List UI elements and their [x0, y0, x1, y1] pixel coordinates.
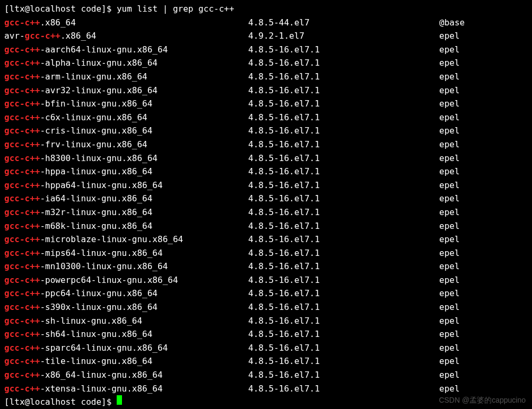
package-version: 4.8.5-16.el7.1 [248, 97, 439, 111]
watermark-text: CSDN @孟婆的cappucino [439, 394, 526, 406]
package-name: gcc-c++-xtensa-linux-gnu.x86_64 [4, 382, 248, 396]
package-repo: epel [439, 287, 528, 300]
package-name: gcc-c++-ia64-linux-gnu.x86_64 [4, 192, 248, 206]
grep-match: gcc-c++ [4, 17, 40, 28]
grep-match: gcc-c++ [4, 248, 40, 258]
package-repo: epel [439, 233, 528, 246]
output-row: gcc-c++-aarch64-linux-gnu.x86_644.8.5-16… [4, 43, 528, 57]
grep-match: gcc-c++ [4, 139, 40, 149]
grep-match: gcc-c++ [4, 126, 40, 136]
output-row: gcc-c++-frv-linux-gnu.x86_644.8.5-16.el7… [4, 138, 528, 152]
output-row: gcc-c++-x86_64-linux-gnu.x86_644.8.5-16.… [4, 368, 528, 382]
package-name: gcc-c++-m32r-linux-gnu.x86_64 [4, 206, 248, 219]
output-row: gcc-c++-s390x-linux-gnu.x86_644.8.5-16.e… [4, 300, 528, 314]
package-repo: epel [439, 368, 528, 382]
package-version: 4.8.5-16.el7.1 [248, 138, 439, 152]
package-repo: epel [439, 124, 528, 138]
package-version: 4.8.5-16.el7.1 [248, 111, 439, 125]
package-name: gcc-c++.x86_64 [4, 16, 248, 30]
grep-match: gcc-c++ [4, 207, 40, 217]
grep-match: gcc-c++ [4, 302, 40, 312]
package-version: 4.8.5-16.el7.1 [248, 124, 439, 138]
package-version: 4.8.5-16.el7.1 [248, 233, 439, 246]
package-repo: epel [439, 179, 528, 192]
package-repo: @base [439, 16, 528, 30]
output-row: gcc-c++-sparc64-linux-gnu.x86_644.8.5-16… [4, 341, 528, 355]
grep-match: gcc-c++ [4, 153, 40, 163]
package-name: gcc-c++-avr32-linux-gnu.x86_64 [4, 84, 248, 97]
package-name: gcc-c++-cris-linux-gnu.x86_64 [4, 124, 248, 138]
output-row: gcc-c++-xtensa-linux-gnu.x86_644.8.5-16.… [4, 382, 528, 396]
package-version: 4.8.5-16.el7.1 [248, 341, 439, 355]
output-row: avr-gcc-c++.x86_644.9.2-1.el7epel [4, 29, 528, 43]
package-version: 4.8.5-16.el7.1 [248, 192, 439, 206]
package-version: 4.8.5-16.el7.1 [248, 56, 439, 70]
prompt-at: @ [25, 2, 30, 16]
package-repo: epel [439, 70, 528, 84]
grep-match: gcc-c++ [4, 343, 40, 353]
package-name: gcc-c++-mn10300-linux-gnu.x86_64 [4, 260, 248, 273]
package-name: gcc-c++-x86_64-linux-gnu.x86_64 [4, 368, 248, 382]
grep-match: gcc-c++ [4, 72, 40, 82]
package-repo: epel [439, 273, 528, 287]
grep-match: gcc-c++ [4, 45, 40, 55]
package-version: 4.8.5-16.el7.1 [248, 152, 439, 165]
output-row: gcc-c++-powerpc64-linux-gnu.x86_644.8.5-… [4, 273, 528, 287]
package-version: 4.8.5-44.el7 [248, 16, 439, 30]
package-name: gcc-c++-arm-linux-gnu.x86_64 [4, 70, 248, 84]
prompt-close: ] [101, 2, 107, 16]
package-name: gcc-c++-alpha-linux-gnu.x86_64 [4, 56, 248, 70]
package-version: 4.8.5-16.el7.1 [248, 206, 439, 219]
package-version: 4.8.5-16.el7.1 [248, 219, 439, 233]
prompt-line: [ltx@localhost code]$ yum list | grep gc… [4, 2, 528, 16]
output-row: gcc-c++-mn10300-linux-gnu.x86_644.8.5-16… [4, 260, 528, 273]
package-version: 4.8.5-16.el7.1 [248, 84, 439, 97]
package-version: 4.8.5-16.el7.1 [248, 260, 439, 273]
grep-match: gcc-c++ [4, 384, 40, 394]
prompt-user: ltx [10, 2, 25, 16]
package-name: gcc-c++-s390x-linux-gnu.x86_64 [4, 300, 248, 314]
package-repo: epel [439, 138, 528, 152]
terminal-window[interactable]: [ltx@localhost code]$ yum list | grep gc… [0, 0, 532, 409]
prompt-symbol: $ [107, 2, 112, 16]
output-row: gcc-c++-alpha-linux-gnu.x86_644.8.5-16.e… [4, 56, 528, 70]
package-version: 4.8.5-16.el7.1 [248, 382, 439, 396]
package-version: 4.8.5-16.el7.1 [248, 43, 439, 57]
package-version: 4.8.5-16.el7.1 [248, 165, 439, 179]
output-row: gcc-c++-mips64-linux-gnu.x86_644.8.5-16.… [4, 246, 528, 260]
package-name: gcc-c++-hppa-linux-gnu.x86_64 [4, 165, 248, 179]
output-row: gcc-c++-hppa64-linux-gnu.x86_644.8.5-16.… [4, 179, 528, 192]
output-row: gcc-c++.x86_644.8.5-44.el7@base [4, 16, 528, 30]
package-name: gcc-c++-m68k-linux-gnu.x86_64 [4, 219, 248, 233]
output-row: gcc-c++-c6x-linux-gnu.x86_644.8.5-16.el7… [4, 111, 528, 125]
package-repo: epel [439, 327, 528, 341]
grep-match: gcc-c++ [4, 112, 40, 122]
command-text: yum list | grep gcc-c++ [117, 2, 234, 16]
package-repo: epel [439, 165, 528, 179]
package-repo: epel [439, 382, 528, 396]
package-repo: epel [439, 84, 528, 97]
package-repo: epel [439, 29, 528, 43]
output-row: gcc-c++-ia64-linux-gnu.x86_644.8.5-16.el… [4, 192, 528, 206]
output-row: gcc-c++-m68k-linux-gnu.x86_644.8.5-16.el… [4, 219, 528, 233]
grep-match: gcc-c++ [4, 221, 40, 231]
grep-match: gcc-c++ [4, 58, 40, 68]
grep-match: gcc-c++ [4, 85, 40, 95]
grep-match: gcc-c++ [4, 329, 40, 339]
output-row: gcc-c++-arm-linux-gnu.x86_644.8.5-16.el7… [4, 70, 528, 84]
package-repo: epel [439, 219, 528, 233]
package-repo: epel [439, 341, 528, 355]
package-version: 4.8.5-16.el7.1 [248, 287, 439, 300]
package-repo: epel [439, 192, 528, 206]
output-row: gcc-c++-m32r-linux-gnu.x86_644.8.5-16.el… [4, 206, 528, 219]
output-row: gcc-c++-hppa-linux-gnu.x86_644.8.5-16.el… [4, 165, 528, 179]
grep-match: gcc-c++ [4, 370, 40, 380]
package-version: 4.8.5-16.el7.1 [248, 300, 439, 314]
package-repo: epel [439, 152, 528, 165]
package-repo: epel [439, 260, 528, 273]
output-row: gcc-c++-avr32-linux-gnu.x86_644.8.5-16.e… [4, 84, 528, 97]
package-version: 4.8.5-16.el7.1 [248, 273, 439, 287]
package-repo: epel [439, 246, 528, 260]
package-repo: epel [439, 56, 528, 70]
package-name: gcc-c++-hppa64-linux-gnu.x86_64 [4, 179, 248, 192]
